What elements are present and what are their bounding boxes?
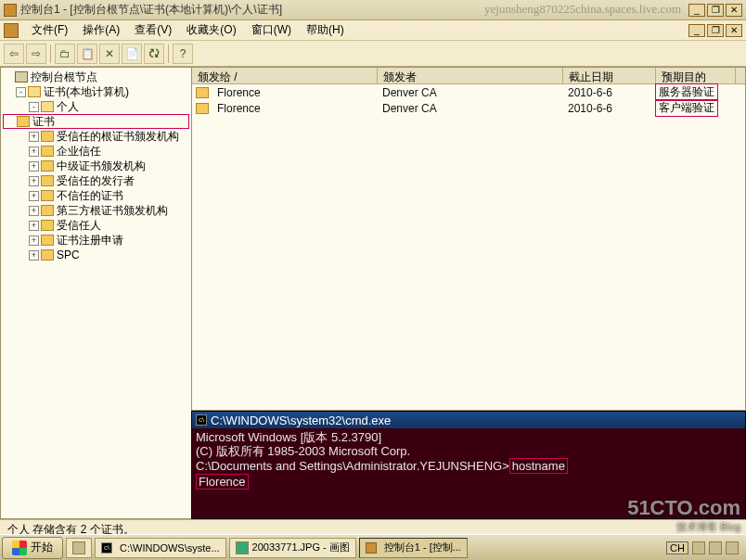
windows-flag-icon <box>12 541 27 555</box>
col-issued-by[interactable]: 颁发者 <box>378 68 563 83</box>
tree-untrusted[interactable]: +不信任的证书 <box>3 188 189 203</box>
tree-label: 控制台根节点 <box>31 70 97 84</box>
watermark-url: yejunsheng870225china.spaces.live.com <box>484 2 681 17</box>
col-issued-to[interactable]: 颁发给 / <box>192 68 378 83</box>
back-button[interactable]: ⇦ <box>4 44 24 64</box>
system-tray[interactable]: CH <box>666 541 744 554</box>
toolbar: ⇦ ⇨ 🗀 📋 ✕ 📄 🗘 ? <box>0 41 746 67</box>
task-cmd[interactable]: c\C:\WINDOWS\syste... <box>95 538 226 558</box>
lang-indicator[interactable]: CH <box>666 541 688 554</box>
folder-icon <box>41 220 54 231</box>
menu-fav[interactable]: 收藏夹(O) <box>179 20 243 40</box>
cell-issued-to: Florence <box>212 86 377 99</box>
col-expiry[interactable]: 截止日期 <box>563 68 656 83</box>
folder-icon <box>17 116 30 127</box>
cert-icon <box>196 103 209 114</box>
col-purpose[interactable]: 预期目的 <box>656 68 736 83</box>
start-label: 开始 <box>31 540 53 555</box>
separator <box>50 45 51 63</box>
cell-issued-by: Denver CA <box>377 102 562 115</box>
menu-window[interactable]: 窗口(W) <box>244 20 299 40</box>
cmd-titlebar: c\ C:\WINDOWS\system32\cmd.exe <box>192 412 745 428</box>
mmc-icon <box>366 542 377 554</box>
cmd-body: Microsoft Windows [版本 5.2.3790] (C) 版权所有… <box>192 428 745 491</box>
mdi-minimize-button[interactable]: _ <box>688 24 705 37</box>
menu-view[interactable]: 查看(V) <box>127 20 179 40</box>
tree-root[interactable]: 控制台根节点 <box>3 70 189 84</box>
menu-action[interactable]: 操作(A) <box>75 20 127 40</box>
folder-open-icon <box>28 86 41 97</box>
tree-label: 证书 <box>32 114 55 129</box>
tray-icon[interactable] <box>726 541 739 554</box>
folder-icon <box>41 131 54 142</box>
cut-button[interactable]: 📋 <box>77 44 97 64</box>
tree-enroll-req[interactable]: +证书注册申请 <box>3 233 189 248</box>
menu-help[interactable]: 帮助(H) <box>299 20 352 40</box>
up-button[interactable]: 🗀 <box>55 44 75 64</box>
task-desktop[interactable] <box>66 538 92 558</box>
mmc-icon <box>4 4 17 17</box>
tree-cert-root[interactable]: -证书(本地计算机) <box>3 84 189 99</box>
tree-label: 个人 <box>57 99 79 114</box>
help-button[interactable]: ? <box>173 44 193 64</box>
list-pane[interactable]: 颁发给 / 颁发者 截止日期 预期目的 Florence Denver CA 2… <box>191 67 746 411</box>
task-label: C:\WINDOWS\syste... <box>120 542 220 554</box>
folder-icon <box>41 205 54 216</box>
cell-expiry: 2010-6-6 <box>562 102 655 115</box>
cmd-line: Microsoft Windows [版本 5.2.3790] <box>196 430 741 444</box>
task-paint[interactable]: 20033771.JPG - 画图 <box>229 538 356 558</box>
start-button[interactable]: 开始 <box>2 537 63 559</box>
minimize-button[interactable]: _ <box>688 4 705 17</box>
folder-icon <box>41 146 54 157</box>
tree-trusted-pub[interactable]: +受信任的发行者 <box>3 173 189 188</box>
list-row[interactable]: Florence Denver CA 2010-6-6 客户端验证 <box>192 100 745 116</box>
tray-icon[interactable] <box>709 541 722 554</box>
folder-icon <box>41 190 54 201</box>
cmd-command: hostname <box>509 458 568 474</box>
tree-label: 证书注册申请 <box>57 233 123 248</box>
tree-trusted-people[interactable]: +受信任人 <box>3 218 189 233</box>
mdi-restore-button[interactable]: ❐ <box>707 24 724 37</box>
tree-label: 不信任的证书 <box>57 188 123 203</box>
console-icon <box>15 71 28 83</box>
tree-thirdparty[interactable]: +第三方根证书颁发机构 <box>3 203 189 218</box>
tree-spc[interactable]: +SPC <box>3 248 189 262</box>
cell-issued-by: Denver CA <box>377 86 562 99</box>
paint-icon <box>236 541 249 554</box>
tree-label: 第三方根证书颁发机构 <box>57 203 168 218</box>
tree-label: 受信任的发行者 <box>57 173 135 188</box>
main-pane: 控制台根节点 -证书(本地计算机) -个人 证书 +受信任的根证书颁发机构 +企… <box>0 67 746 519</box>
delete-button[interactable]: ✕ <box>99 44 120 64</box>
tree-label: 中级证书颁发机构 <box>57 159 146 173</box>
tree-certificates-selected[interactable]: 证书 <box>3 114 189 129</box>
cmd-icon: c\ <box>101 542 112 554</box>
cmd-window[interactable]: c\ C:\WINDOWS\system32\cmd.exe Microsoft… <box>191 411 746 519</box>
doc-icon <box>4 23 19 38</box>
cmd-output: Florence <box>196 474 249 490</box>
cmd-line: (C) 版权所有 1985-2003 Microsoft Corp. <box>196 444 741 458</box>
task-label: 控制台1 - [控制... <box>384 541 461 554</box>
tree-personal[interactable]: -个人 <box>3 99 189 114</box>
tray-icon[interactable] <box>692 541 705 554</box>
folder-icon <box>41 175 54 186</box>
menu-file[interactable]: 文件(F) <box>24 20 75 40</box>
forward-button[interactable]: ⇨ <box>26 44 46 64</box>
cmd-line: Florence <box>196 474 741 490</box>
refresh-button[interactable]: 🗘 <box>144 44 164 64</box>
folder-icon <box>41 249 54 261</box>
props-button[interactable]: 📄 <box>122 44 142 64</box>
cell-issued-to: Florence <box>212 102 377 115</box>
tree-trusted-root[interactable]: +受信任的根证书颁发机构 <box>3 129 189 144</box>
task-mmc[interactable]: 控制台1 - [控制... <box>359 538 468 558</box>
close-button[interactable]: ✕ <box>726 4 742 17</box>
desktop-icon <box>72 541 85 554</box>
list-row[interactable]: Florence Denver CA 2010-6-6 服务器验证 <box>192 84 745 100</box>
cmd-line: C:\Documents and Settings\Administrator.… <box>196 458 741 474</box>
tree-pane[interactable]: 控制台根节点 -证书(本地计算机) -个人 证书 +受信任的根证书颁发机构 +企… <box>0 67 191 519</box>
tree-enterprise[interactable]: +企业信任 <box>3 144 189 159</box>
separator <box>168 45 169 63</box>
maximize-button[interactable]: ❐ <box>707 4 724 17</box>
tree-label: 企业信任 <box>57 144 101 159</box>
tree-intermediate[interactable]: +中级证书颁发机构 <box>3 159 189 173</box>
mdi-close-button[interactable]: ✕ <box>726 24 742 37</box>
